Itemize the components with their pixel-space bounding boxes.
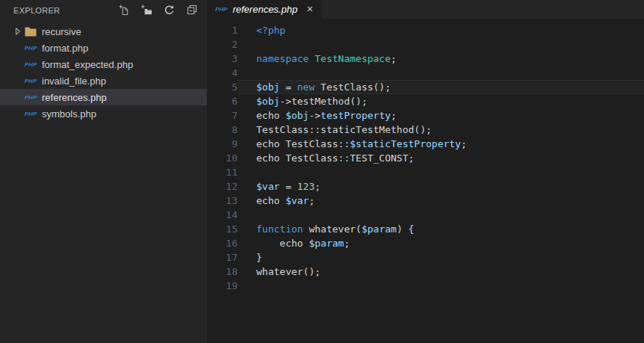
line-number: 4 xyxy=(207,66,238,80)
file-tree: recursivePHPformat.phpPHPformat_expected… xyxy=(0,20,207,122)
code-text: $var = 123; xyxy=(238,179,644,194)
code-text: echo TestClass::$staticTestProperty; xyxy=(238,137,644,151)
line-number: 1 xyxy=(207,23,238,37)
collapse-all-icon xyxy=(186,4,197,16)
file-label: recursive xyxy=(42,26,81,37)
explorer-header: EXPLORER xyxy=(0,0,207,20)
code-line-9[interactable]: 9echo TestClass::$staticTestProperty; xyxy=(207,137,644,151)
line-number: 12 xyxy=(207,179,238,194)
line-number: 7 xyxy=(207,108,238,123)
tab-references-php[interactable]: PHP references.php ✕ xyxy=(207,0,321,19)
php-file-icon: PHP xyxy=(25,45,37,52)
code-text: echo $obj->testProperty; xyxy=(238,108,644,123)
new-folder-icon xyxy=(140,4,152,16)
line-number: 8 xyxy=(207,123,238,137)
tab-close-icon[interactable]: ✕ xyxy=(306,5,313,13)
file-label: invalid_file.php xyxy=(42,75,106,87)
refresh-button[interactable] xyxy=(163,4,175,16)
new-folder-button[interactable] xyxy=(140,4,152,16)
line-number: 16 xyxy=(207,236,238,250)
code-line-11[interactable]: 11 xyxy=(207,165,644,179)
tree-item-invalid-file-php[interactable]: PHPinvalid_file.php xyxy=(0,72,207,89)
code-text: echo TestClass::TEST_CONST; xyxy=(238,151,644,165)
explorer-title: EXPLORER xyxy=(13,6,118,15)
code-line-5[interactable]: 5$obj = new TestClass(); xyxy=(207,80,644,94)
file-label: references.php xyxy=(42,92,107,103)
code-text: echo $var; xyxy=(238,194,644,208)
code-text: function whatever($param) { xyxy=(238,222,644,236)
php-file-icon: PHP xyxy=(215,6,227,13)
tab-bar: PHP references.php ✕ xyxy=(207,0,644,19)
code-line-19[interactable]: 19 xyxy=(207,279,644,293)
code-text: TestClass::staticTestMethod(); xyxy=(238,123,644,137)
code-text: <?php xyxy=(238,23,644,37)
file-label: symbols.php xyxy=(42,108,96,120)
file-label: format_expected.php xyxy=(42,59,133,70)
code-line-1[interactable]: 1<?php xyxy=(207,23,644,37)
code-text: whatever(); xyxy=(238,265,644,279)
code-line-4[interactable]: 4 xyxy=(207,66,644,80)
line-number: 14 xyxy=(207,208,238,222)
code-editor[interactable]: 1<?php23namespace TestNamespace;45$obj =… xyxy=(207,19,644,343)
vscode-window: EXPLORER recursivePHPformat.phpPHPformat… xyxy=(0,0,644,343)
code-line-2[interactable]: 2 xyxy=(207,37,644,52)
line-number: 15 xyxy=(207,222,238,236)
code-line-3[interactable]: 3namespace TestNamespace; xyxy=(207,52,644,66)
code-line-7[interactable]: 7echo $obj->testProperty; xyxy=(207,108,644,123)
php-file-icon: PHP xyxy=(25,94,37,101)
line-number: 19 xyxy=(207,279,238,293)
line-number: 3 xyxy=(207,52,238,66)
tree-item-format-php[interactable]: PHPformat.php xyxy=(0,40,207,56)
code-line-12[interactable]: 12$var = 123; xyxy=(207,179,644,194)
line-number: 6 xyxy=(207,94,238,108)
collapse-all-button[interactable] xyxy=(185,4,197,16)
code-text: echo $param; xyxy=(238,236,644,250)
code-line-17[interactable]: 17} xyxy=(207,250,644,265)
code-line-16[interactable]: 16 echo $param; xyxy=(207,236,644,250)
line-number: 9 xyxy=(207,137,238,151)
code-text xyxy=(238,66,644,80)
code-text: $obj->testMethod(); xyxy=(238,94,644,108)
new-file-icon xyxy=(119,4,130,16)
php-file-icon: PHP xyxy=(25,61,37,68)
code-line-10[interactable]: 10echo TestClass::TEST_CONST; xyxy=(207,151,644,165)
line-number: 13 xyxy=(207,194,238,208)
code-text: $obj = new TestClass(); xyxy=(238,80,644,94)
php-file-icon: PHP xyxy=(25,78,37,84)
code-text xyxy=(238,37,644,52)
explorer-sidebar: EXPLORER recursivePHPformat.phpPHPformat… xyxy=(0,0,207,343)
line-number: 11 xyxy=(207,165,238,179)
code-line-14[interactable]: 14 xyxy=(207,208,644,222)
refresh-icon xyxy=(164,4,175,16)
code-text: } xyxy=(238,250,644,265)
code-text xyxy=(238,279,644,293)
tab-title: references.php xyxy=(232,4,297,15)
tree-item-symbols-php[interactable]: PHPsymbols.php xyxy=(0,105,207,122)
tree-item-references-php[interactable]: PHPreferences.php xyxy=(0,89,207,105)
folder-icon xyxy=(25,27,37,37)
code-text xyxy=(238,165,644,179)
line-number: 10 xyxy=(207,151,238,165)
php-file-icon: PHP xyxy=(25,111,37,117)
explorer-actions xyxy=(118,4,197,16)
editor-group: PHP references.php ✕ 1<?php23namespace T… xyxy=(207,0,644,343)
code-line-8[interactable]: 8TestClass::staticTestMethod(); xyxy=(207,123,644,137)
code-line-18[interactable]: 18whatever(); xyxy=(207,265,644,279)
line-number: 18 xyxy=(207,265,238,279)
code-line-13[interactable]: 13echo $var; xyxy=(207,194,644,208)
code-line-6[interactable]: 6$obj->testMethod(); xyxy=(207,94,644,108)
code-line-15[interactable]: 15function whatever($param) { xyxy=(207,222,644,236)
chevron-right-icon[interactable] xyxy=(15,28,25,35)
new-file-button[interactable] xyxy=(118,4,130,16)
code-text xyxy=(238,208,644,222)
tree-item-recursive[interactable]: recursive xyxy=(0,23,207,40)
tree-item-format-expected-php[interactable]: PHPformat_expected.php xyxy=(0,56,207,72)
code-text: namespace TestNamespace; xyxy=(238,52,644,66)
file-label: format.php xyxy=(42,43,88,54)
line-number: 5 xyxy=(207,80,238,94)
line-number: 17 xyxy=(207,250,238,265)
line-number: 2 xyxy=(207,37,238,52)
